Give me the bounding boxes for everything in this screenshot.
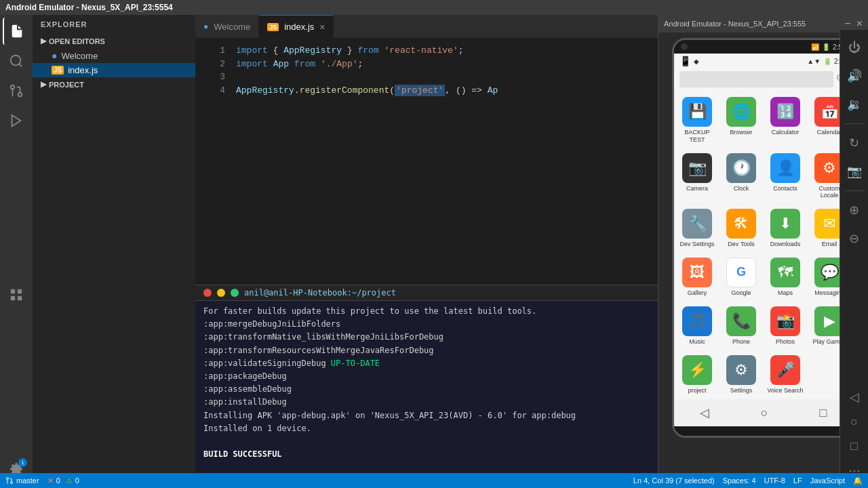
app-dev-tools[interactable]: 🛠 Dev Tools [721,205,762,251]
extensions-activity-icon[interactable] [3,281,30,308]
language-status[interactable]: JavaScript [810,476,845,485]
git-branch-status[interactable]: master [5,476,39,485]
app-icon-voice-search: 🎤 [770,355,800,385]
emulator-close-btn[interactable]: × [856,18,863,30]
app-icon-gallery: 🖼 [682,258,712,287]
phone-bottom [674,426,853,436]
app-label-maps: Maps [778,289,793,297]
app-icon-phone: 📞 [726,306,756,336]
terminal-area: anil@anil-HP-Notebook:~/project For fast… [195,285,658,488]
emulator-panel: Android Emulator - Nexus_5X_API_23:555 −… [658,15,868,488]
app-label-project: project [688,387,706,394]
app-label-camera: Camera [686,185,708,192]
code-line-1: 1 import { AppRegistry } from 'react-nat… [195,44,658,58]
term-line-8: Installing APK 'app-debug.apk' on 'Nexus… [203,409,650,422]
app-phone[interactable]: 📞 Phone [721,302,762,348]
emulator-volume-up-btn[interactable]: 🔊 [842,64,867,88]
app-maps[interactable]: 🗺 Maps [765,253,806,300]
emulator-back-btn[interactable]: ◁ [842,385,867,409]
emulator-window-controls: − × [844,18,863,30]
app-icon-project: ⚡ [682,355,712,385]
app-camera[interactable]: 📷 Camera [677,149,718,203]
phone-home-btn[interactable]: ○ [757,402,772,424]
tab-bar: ● Welcome JS index.js × [195,15,658,39]
app-label-photos: Photos [776,338,795,346]
svg-point-11 [7,478,9,480]
svg-point-2 [18,93,22,97]
sidebar-indexjs-item[interactable]: JS index.js [33,63,195,77]
app-music[interactable]: 🎵 Music [677,302,718,348]
app-label-downloads: Downloads [770,241,801,248]
app-backup-test[interactable]: 💾 BACKUP TEST [677,93,718,146]
status-bar: master ✕ 0 ⚠ 0 Ln 4, Col 39 (7 selected)… [0,473,868,488]
status-bar-left: master ✕ 0 ⚠ 0 [5,476,79,485]
phone-search-bar: 🔍 [674,68,853,90]
app-icon-maps: 🗺 [770,258,800,287]
emulator-power-btn[interactable]: ⏻ [842,35,867,60]
emulator-home-btn[interactable]: ○ [842,409,867,434]
app-dev-settings[interactable]: 🔧 Dev Settings [677,205,718,251]
svg-marker-5 [12,115,21,127]
emulator-minimize-btn[interactable]: − [844,18,850,30]
app-icon-browser: 🌐 [726,97,756,127]
cursor-position-status[interactable]: Ln 4, Col 39 (7 selected) [633,476,715,485]
app-label-voice-search: Voice Search [767,387,803,394]
phone-search-input[interactable] [679,71,833,87]
sidebar: EXPLORER ▶ OPEN EDITORS ● Welcome JS ind… [33,15,195,488]
app-icon-photos: 📸 [770,306,800,336]
app-gallery[interactable]: 🖼 Gallery [677,253,718,300]
terminal-path: anil@anil-HP-Notebook:~/project [244,288,396,298]
app-downloads[interactable]: ⬇ Downloads [765,205,806,251]
app-icon-dev-tools: 🛠 [726,209,756,239]
app-label-contacts: Contacts [773,185,797,192]
close-tab-button[interactable]: × [319,22,325,32]
debug-activity-icon[interactable] [3,107,30,134]
search-activity-icon[interactable] [3,47,30,75]
line-ending-status[interactable]: LF [793,476,802,485]
sidebar-header: EXPLORER [33,15,195,34]
terminal-minimize-dot[interactable] [217,289,225,297]
terminal-close-dot[interactable] [203,289,212,297]
app-label-settings: Settings [730,387,753,394]
app-google[interactable]: G Google [721,253,762,300]
files-activity-icon[interactable] [3,18,30,45]
emulator-rotate-btn[interactable]: ↻ [842,131,867,155]
encoding-status[interactable]: UTF-8 [764,476,785,485]
emulator-zoom-out-btn[interactable]: ⊖ [842,226,867,251]
emulator-title-bar: Android Emulator - Nexus_5X_API_23:555 −… [658,15,868,33]
terminal-maximize-dot[interactable] [231,289,239,297]
term-build-success: BUILD SUCCESSFUL [203,448,650,461]
git-activity-icon[interactable] [3,77,30,104]
app-calculator[interactable]: 🔢 Calculator [765,93,806,146]
project-section[interactable]: ▶ PROJECT [33,77,195,92]
tab-welcome[interactable]: ● Welcome [195,15,259,38]
sidebar-welcome-item[interactable]: ● Welcome [33,48,195,63]
app-photos[interactable]: 📸 Photos [765,302,806,348]
app-project[interactable]: ⚡ project [677,351,718,397]
svg-point-0 [11,56,21,66]
spaces-status[interactable]: Spaces: 4 [723,476,756,485]
phone-container: 📶 🔋 2:51 📱 ◆ ▲▼ 🔋 2:51 [658,33,868,488]
app-clock[interactable]: 🕐 Clock [721,149,762,203]
feedback-icon[interactable]: 🔔 [853,476,863,485]
app-icon-downloads: ⬇ [770,209,800,239]
emulator-square-btn[interactable]: □ [842,434,867,458]
emulator-screenshot-btn[interactable]: 📷 [842,159,867,184]
app-voice-search[interactable]: 🎤 Voice Search [765,351,806,397]
open-editors-section[interactable]: ▶ OPEN EDITORS [33,34,195,48]
svg-point-10 [11,482,13,484]
app-icon-settings: ⚙ [726,355,756,385]
emulator-zoom-in-btn[interactable]: ⊕ [842,198,867,222]
app-contacts[interactable]: 👤 Contacts [765,149,806,203]
phone-back-btn[interactable]: ◁ [696,401,713,424]
terminal-content[interactable]: For faster builds update this project to… [195,301,658,488]
title-bar: Android Emulator - Nexus_5X_API_23:5554 [0,0,868,15]
phone-recents-btn[interactable]: □ [816,402,831,424]
app-settings[interactable]: ⚙ Settings [721,351,762,397]
errors-status[interactable]: ✕ 0 ⚠ 0 [47,476,79,485]
code-editor[interactable]: 1 import { AppRegistry } from 'react-nat… [195,39,658,285]
emulator-volume-down-btn[interactable]: 🔉 [842,92,867,117]
editor-area: ● Welcome JS index.js × 1 import { AppRe… [195,15,658,488]
tab-indexjs[interactable]: JS index.js × [259,15,334,38]
app-browser[interactable]: 🌐 Browser [721,93,762,146]
